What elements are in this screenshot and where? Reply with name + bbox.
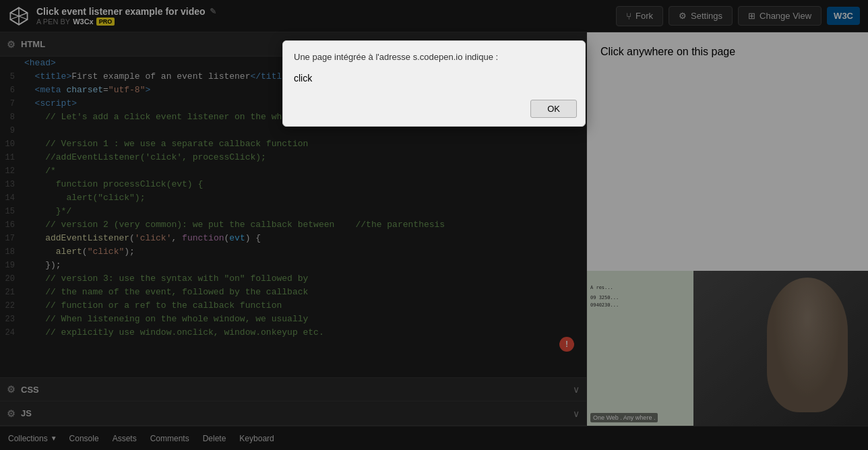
dialog-ok-button[interactable]: OK: [530, 100, 577, 118]
dialog-header-text: Une page intégrée à l'adresse s.codepen.…: [294, 52, 498, 62]
alert-dialog: Une page intégrée à l'adresse s.codepen.…: [282, 40, 586, 127]
dialog-header: Une page intégrée à l'adresse s.codepen.…: [283, 41, 585, 67]
dialog-ok-label: OK: [547, 104, 560, 114]
dialog-overlay[interactable]: Une page intégrée à l'adresse s.codepen.…: [0, 0, 868, 450]
dialog-footer: OK: [283, 94, 585, 126]
dialog-message-text: click: [294, 73, 312, 84]
dialog-message: click: [283, 67, 585, 94]
